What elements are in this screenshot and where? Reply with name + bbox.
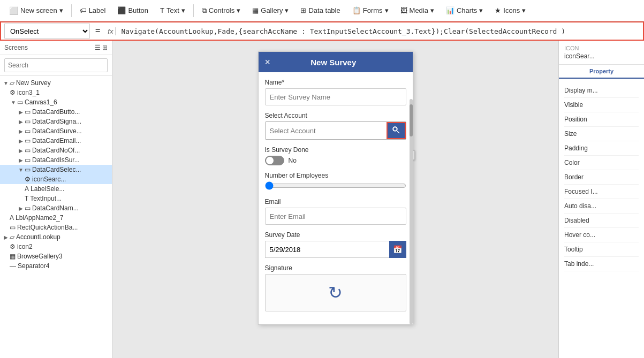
sidebar-item-browsegallery3[interactable]: ▦ BrowseGallery3 <box>0 252 112 261</box>
toolbar-button[interactable]: ⬛ Button <box>112 4 153 17</box>
properties-list: Display m... Visible Position Size Paddi… <box>559 79 644 276</box>
scroll-thumb <box>410 104 413 136</box>
prop-tooltip[interactable]: Tooltip <box>564 242 639 257</box>
button-icon: ⬛ <box>117 6 126 14</box>
sidebar-item-datacardemail[interactable]: ▶ ▭ DataCardEmail... <box>0 136 112 146</box>
toolbar-new-screen[interactable]: ⬜ New screen ▾ <box>4 4 68 18</box>
sidebar-search-input[interactable] <box>4 58 108 72</box>
label-text: Label <box>89 6 106 14</box>
screens-label: Screens <box>4 44 28 51</box>
tab-property[interactable]: Property <box>559 65 644 79</box>
sidebar-item-datacardnoof[interactable]: ▶ ▭ DataCardNoOf... <box>0 146 112 155</box>
expand-arrow: ▼ <box>2 80 10 86</box>
iconsearc-label: iconSearc... <box>32 176 66 183</box>
canvas-area: Card × New Survey Name* <box>112 41 558 358</box>
prop-border[interactable]: Border <box>564 170 639 185</box>
toolbar-text[interactable]: T Text ▾ <box>155 4 190 17</box>
sidebar: Screens ☰ ⊞ ▼ ▱ New Survey ⚙ icon3_1 ▼ <box>0 41 112 358</box>
signature-box[interactable]: ↻ <box>265 274 406 311</box>
toolbar-label[interactable]: 🏷 Label <box>75 4 111 17</box>
account-select-wrapper <box>265 121 406 140</box>
prop-auto-disa[interactable]: Auto disa... <box>564 199 639 214</box>
prop-disabled[interactable]: Disabled <box>564 214 639 228</box>
sidebar-item-datacardsigna[interactable]: ▶ ▭ DataCardSigna... <box>0 117 112 126</box>
text-icon: T <box>160 6 164 14</box>
icons-label: Icons <box>503 6 520 14</box>
input-node: T <box>25 195 28 202</box>
formula-input[interactable] <box>119 27 640 35</box>
prop-position[interactable]: Position <box>564 112 639 127</box>
charts-icon: 📊 <box>446 6 454 14</box>
datacardemail-label: DataCardEmail... <box>32 137 81 144</box>
sidebar-item-accountlookup[interactable]: ▶ ▱ AccountLookup <box>0 232 112 242</box>
survey-done-toggle[interactable] <box>265 156 284 165</box>
sidebar-item-separator4[interactable]: — Separator4 <box>0 261 112 271</box>
sidebar-search-container <box>0 55 112 76</box>
icon2-label: icon2 <box>17 243 33 250</box>
account-search-button[interactable] <box>387 122 406 139</box>
prop-display-mode[interactable]: Display m... <box>564 83 639 98</box>
datacardsurve-label: DataCardSurve... <box>32 127 82 135</box>
toolbar-data-table[interactable]: ⊞ Data table <box>296 4 345 17</box>
calendar-button[interactable]: 📅 <box>389 241 406 258</box>
sidebar-item-new-survey[interactable]: ▼ ▱ New Survey <box>0 78 112 88</box>
forms-chevron: ▾ <box>385 6 389 14</box>
charts-chevron: ▾ <box>479 6 483 14</box>
survey-done-field: Is Survey Done No <box>265 146 406 165</box>
right-panel-tabs: Property <box>559 65 644 79</box>
label-icon: 🏷 <box>80 6 87 14</box>
gallery-chevron: ▾ <box>285 6 289 14</box>
datacardbutto-label: DataCardButto... <box>32 108 80 116</box>
form-close-button[interactable]: × <box>265 57 271 67</box>
toolbar-charts[interactable]: 📊 Charts ▾ <box>441 4 488 17</box>
new-survey-label: New Survey <box>16 79 51 87</box>
property-dropdown[interactable]: OnSelect <box>4 24 90 39</box>
sidebar-item-datacardsurve[interactable]: ▶ ▭ DataCardSurve... <box>0 126 112 136</box>
sidebar-tree: ▼ ▱ New Survey ⚙ icon3_1 ▼ ▭ Canvas1_6 ▶… <box>0 76 112 358</box>
gallery-icon: ▦ <box>252 6 259 14</box>
text-label: Text <box>166 6 179 14</box>
prop-tab-index[interactable]: Tab inde... <box>564 257 639 271</box>
toolbar-gallery[interactable]: ▦ Gallery ▾ <box>247 4 293 17</box>
icons-chevron: ▾ <box>522 6 526 14</box>
toolbar-forms[interactable]: 📋 Forms ▾ <box>347 4 393 17</box>
prop-color[interactable]: Color <box>564 156 639 170</box>
card-icon-2: ▭ <box>25 118 31 125</box>
employees-label: Number of Employees <box>265 172 406 179</box>
slider-row <box>265 181 406 192</box>
email-input[interactable] <box>265 208 406 225</box>
toolbar-media[interactable]: 🖼 Media ▾ <box>396 4 439 17</box>
name-input[interactable] <box>265 88 406 105</box>
prop-padding[interactable]: Padding <box>564 141 639 156</box>
date-wrapper: 📅 <box>265 241 406 258</box>
sidebar-item-labelsele[interactable]: A LabelSele... <box>0 184 112 194</box>
sidebar-item-datacardsele[interactable]: ▼ ▭ DataCardSelec... <box>0 165 112 174</box>
card-icon-6: ▭ <box>25 156 31 164</box>
sidebar-item-canvas1-6[interactable]: ▼ ▭ Canvas1_6 <box>0 97 112 107</box>
sidebar-item-icon2[interactable]: ⚙ icon2 <box>0 242 112 252</box>
sidebar-item-rectquickactionba[interactable]: ▭ RectQuickActionBa... <box>0 223 112 232</box>
sidebar-item-textinput[interactable]: T TextInput... <box>0 194 112 203</box>
scroll-indicator[interactable] <box>410 99 413 324</box>
prop-size[interactable]: Size <box>564 127 639 141</box>
account-input[interactable] <box>266 122 387 139</box>
sidebar-item-lblappname2-7[interactable]: A LblAppName2_7 <box>0 213 112 223</box>
sidebar-item-datacardnam[interactable]: ▶ ▭ DataCardNam... <box>0 203 112 213</box>
employees-slider[interactable] <box>265 181 406 190</box>
new-screen-icon: ⬜ <box>9 6 18 15</box>
date-input[interactable] <box>265 241 389 258</box>
sidebar-item-iconsearc[interactable]: ⚙ iconSearc... <box>0 174 112 184</box>
prop-visible[interactable]: Visible <box>564 98 639 112</box>
email-label: Email <box>265 198 406 205</box>
card-icon-4: ▭ <box>25 137 31 144</box>
prop-focused[interactable]: Focused I... <box>564 185 639 199</box>
prop-hover-co[interactable]: Hover co... <box>564 228 639 242</box>
separator-node: — <box>10 262 16 270</box>
new-screen-label: New screen <box>20 6 57 14</box>
screen-icon: ▱ <box>10 79 14 87</box>
sidebar-item-datacardissur[interactable]: ▶ ▭ DataCardIsSur... <box>0 155 112 165</box>
toolbar-controls[interactable]: ⧉ Controls ▾ <box>197 4 245 18</box>
toolbar-icons[interactable]: ★ Icons ▾ <box>490 4 531 17</box>
sidebar-item-datacardbutto[interactable]: ▶ ▭ DataCardButto... <box>0 107 112 117</box>
sidebar-item-icon3-1[interactable]: ⚙ icon3_1 <box>0 88 112 97</box>
